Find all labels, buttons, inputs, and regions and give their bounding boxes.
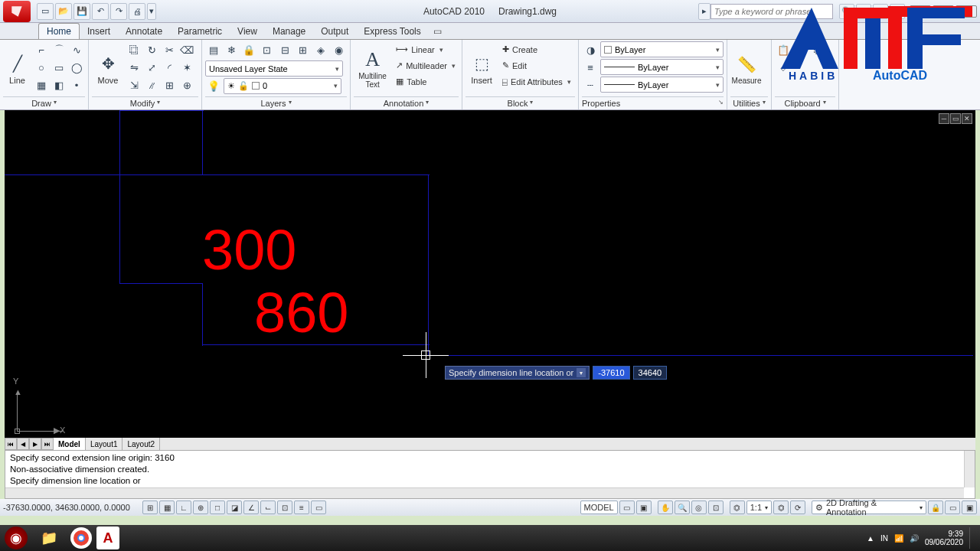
ducs-toggle[interactable]: ⌙ [260,500,276,514]
line-tool[interactable]: ╱ Line [3,41,31,96]
layer-lock-icon[interactable]: 🔒 [241,41,257,58]
layout-tab-2[interactable]: Layout2 [122,438,160,450]
arc-icon[interactable]: ⌒ [51,41,67,58]
tab-manage[interactable]: Manage [265,24,313,39]
search-play-icon[interactable]: ▸ [698,3,710,20]
tab-extra-icon[interactable]: ▭ [429,24,446,39]
chrome-icon[interactable] [70,527,92,549]
qview-layout-icon[interactable]: ▭ [619,500,635,514]
mirror-icon[interactable]: ⇋ [126,59,142,76]
qat-save-icon[interactable]: 💾 [74,3,90,20]
command-window[interactable]: Specify second extension line origin: 31… [5,450,975,499]
stretch-icon[interactable]: ⇲ [126,77,142,93]
dyn-toggle[interactable]: ⊡ [277,500,292,514]
layout-tab-1[interactable]: Layout1 [86,438,123,450]
ann-auto-icon[interactable]: ⟳ [790,500,805,514]
lweight-icon[interactable]: ≡ [582,59,599,76]
panel-properties-title[interactable]: Properties↘ [582,96,724,109]
layer-freeze-icon[interactable]: ❄ [223,41,239,58]
grid-toggle[interactable]: ▦ [159,500,175,514]
array-icon[interactable]: ⊞ [161,77,178,93]
circle-icon[interactable]: ○ [33,59,50,76]
qp-toggle[interactable]: ▭ [311,500,326,514]
search-input[interactable] [710,4,833,19]
cut-icon[interactable]: ✂ [792,41,809,58]
panel-layers-title[interactable]: Layers▾ [205,96,347,109]
layer-state-combo[interactable]: Unsaved Layer State▾ [205,60,343,77]
table-tool[interactable]: ▦Table [393,73,459,90]
osnap3d-toggle[interactable]: ◪ [227,500,242,514]
tab-output[interactable]: Output [313,24,356,39]
paste-icon[interactable]: 📋 [775,41,792,58]
layer-4-icon[interactable]: ⊡ [259,41,275,58]
qat-print-icon[interactable]: 🖨 [129,3,145,20]
measure-tool[interactable]: 📏 Measure [730,41,763,96]
lwt-toggle[interactable]: ≡ [294,500,309,514]
layout-prev-icon[interactable]: ◀ [17,438,29,450]
panel-modify-title[interactable]: Modify▾ [92,96,198,109]
close-button[interactable]: ✕ [956,5,977,18]
panel-annotation-title[interactable]: Annotation▾ [354,96,459,109]
qat-undo-icon[interactable]: ↶ [92,3,109,20]
explode-icon[interactable]: ✶ [178,59,195,76]
help-icon[interactable]: ? [890,4,905,19]
region-icon[interactable]: ◧ [51,77,67,93]
tray-arrow-icon[interactable]: ▲ [867,534,874,543]
mtext-tool[interactable]: A Multiline Text [354,41,391,96]
layout-first-icon[interactable]: ⏮ [5,438,17,450]
panel-clipboard-title[interactable]: Clipboard▾ [775,96,835,109]
tab-express[interactable]: Express Tools [356,24,428,39]
layout-next-icon[interactable]: ▶ [29,438,41,450]
osnap-toggle[interactable]: □ [210,500,225,514]
showhide-icon[interactable]: ⊡ [708,500,724,514]
ann-scale-combo[interactable]: 1:1▾ [746,500,772,514]
multileader-tool[interactable]: ↗Multileader▾ [393,57,459,73]
rect-icon[interactable]: ▭ [51,59,67,76]
subscription-icon[interactable]: ⋆ [856,4,871,19]
insert-tool[interactable]: ⬚ Insert [466,41,498,96]
pan-icon[interactable]: ✋ [658,500,673,514]
polar-toggle[interactable]: ⊕ [193,500,208,514]
layer-current-combo[interactable]: ☀ 🔓 0 ▾ [224,78,341,94]
match-icon[interactable]: ⟐ [775,59,792,76]
tray-volume-icon[interactable]: 🔊 [910,534,919,543]
copy-icon[interactable]: ⿻ [126,41,142,58]
tab-home[interactable]: Home [38,23,80,39]
explorer-icon[interactable]: 📁 [32,527,66,549]
copy-clip-icon[interactable]: ⿻ [810,41,827,58]
rotate-icon[interactable]: ↻ [143,41,160,58]
join-icon[interactable]: ⊕ [178,77,195,93]
trim-icon[interactable]: ✂ [161,41,178,58]
layout-last-icon[interactable]: ⏭ [41,438,54,450]
move-tool[interactable]: ✥ Move [92,41,124,96]
ltype-icon[interactable]: ┄ [582,77,599,93]
dynamic-y-input[interactable]: 34640 [633,366,668,380]
lock-ui-icon[interactable]: 🔒 [928,500,943,514]
ann-scale-icon[interactable]: ⏣ [730,500,745,514]
comm-icon[interactable]: ⟳ [873,4,888,19]
ellipse-icon[interactable]: ◯ [68,59,85,76]
polyline-icon[interactable]: ⌐ [33,41,50,58]
point-icon[interactable]: • [68,77,85,93]
snap-toggle[interactable]: ⊞ [142,500,158,514]
tab-insert[interactable]: Insert [80,24,118,39]
show-desktop[interactable] [969,527,975,549]
cmd-scroll-v[interactable] [964,451,975,487]
offset-icon[interactable]: ⫽ [143,77,160,93]
block-editattr-tool[interactable]: ⌸Edit Attributes▾ [499,73,574,90]
linear-dim-tool[interactable]: ⟼Linear▾ [393,41,459,57]
ltype-combo[interactable]: ByLayer▾ [600,77,724,93]
start-button[interactable]: ◉ [5,527,28,549]
tab-parametric[interactable]: Parametric [170,24,230,39]
workspace-combo[interactable]: ⚙2D Drafting & Annotation▾ [812,500,926,514]
maximize-button[interactable]: ▭ [933,5,954,18]
block-edit-tool[interactable]: ✎Edit [499,57,574,73]
cmd-scroll-h[interactable] [5,487,964,498]
search-icon[interactable]: 🔍 [839,4,854,19]
wheel-icon[interactable]: ◎ [691,500,707,514]
block-create-tool[interactable]: ✚Create [499,41,574,57]
panel-utilities-title[interactable]: Utilities▾ [730,96,768,109]
fillet-icon[interactable]: ◜ [161,59,178,76]
ann-vis-icon[interactable]: ⏣ [773,500,789,514]
scale-icon[interactable]: ⤢ [143,59,160,76]
